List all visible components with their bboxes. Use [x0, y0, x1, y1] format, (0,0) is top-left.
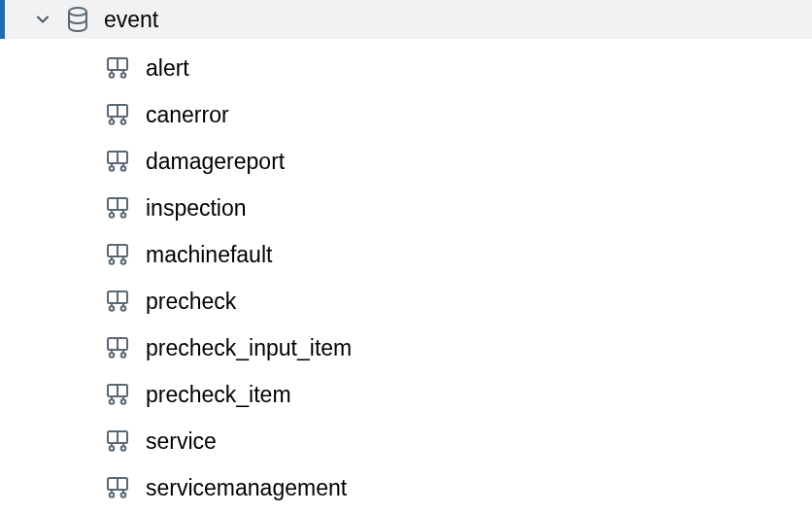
svg-point-51 [110, 446, 115, 451]
svg-point-52 [121, 446, 126, 451]
table-row-canerror[interactable]: canerror [0, 91, 812, 138]
svg-point-4 [121, 73, 126, 78]
svg-point-9 [110, 120, 115, 124]
table-row-damagereport[interactable]: damagereport [0, 138, 812, 185]
table-icon [105, 102, 130, 127]
svg-point-28 [121, 259, 126, 264]
svg-point-39 [110, 353, 115, 358]
svg-point-10 [121, 120, 126, 124]
schema-label: event [104, 7, 158, 33]
svg-point-58 [121, 493, 126, 497]
table-label: damagereport [146, 149, 285, 175]
table-label: canerror [146, 102, 229, 128]
table-row-inspection[interactable]: inspection [0, 185, 812, 231]
chevron-down-icon [34, 11, 51, 28]
table-icon [105, 382, 130, 407]
svg-point-15 [110, 166, 115, 171]
table-label: machinefault [146, 242, 272, 268]
svg-point-0 [69, 8, 86, 16]
database-icon [65, 7, 90, 32]
svg-point-33 [110, 306, 115, 311]
svg-point-16 [121, 166, 126, 171]
table-icon [105, 242, 130, 267]
svg-point-21 [110, 213, 115, 218]
svg-point-3 [110, 73, 115, 78]
table-row-servicemanagement[interactable]: servicemanagement [0, 464, 812, 511]
table-row-precheck-item[interactable]: precheck_item [0, 371, 812, 418]
table-row-precheck-input-item[interactable]: precheck_input_item [0, 325, 812, 371]
table-icon [105, 55, 130, 81]
svg-point-34 [121, 306, 126, 311]
svg-point-45 [110, 399, 115, 404]
table-label: service [146, 428, 217, 455]
table-label: precheck_item [146, 382, 291, 408]
table-row-precheck[interactable]: precheck [0, 278, 812, 325]
svg-point-22 [121, 213, 126, 218]
table-label: servicemanagement [146, 475, 347, 501]
table-row-machinefault[interactable]: machinefault [0, 231, 812, 278]
table-icon [105, 335, 130, 360]
table-label: precheck [146, 289, 236, 315]
svg-point-46 [121, 399, 126, 404]
svg-point-27 [110, 259, 115, 264]
schema-children: alert canerror [0, 39, 812, 511]
table-icon [105, 428, 130, 454]
svg-point-40 [121, 353, 126, 358]
table-label: alert [146, 55, 189, 82]
schema-row-event[interactable]: event [0, 0, 812, 39]
table-label: inspection [146, 195, 247, 222]
table-icon [105, 149, 130, 174]
table-row-service[interactable]: service [0, 418, 812, 464]
table-row-alert[interactable]: alert [0, 45, 812, 91]
table-icon [105, 289, 130, 314]
table-icon [105, 195, 130, 221]
table-icon [105, 475, 130, 500]
svg-point-57 [110, 493, 115, 497]
database-tree: event alert [0, 0, 812, 511]
table-label: precheck_input_item [146, 335, 352, 361]
